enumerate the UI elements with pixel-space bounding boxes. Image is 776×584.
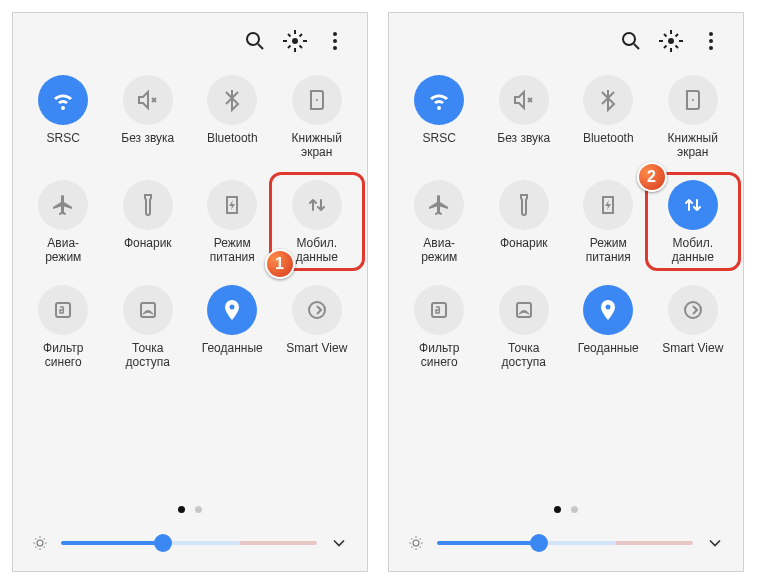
more-icon[interactable] bbox=[699, 29, 723, 53]
step-badge: 2 bbox=[637, 162, 667, 192]
qs-tile-power[interactable]: Режим питания bbox=[566, 180, 651, 265]
tile-label: Книжный экран bbox=[668, 131, 718, 160]
wifi-icon bbox=[414, 75, 464, 125]
tile-label: SRSC bbox=[47, 131, 80, 159]
airplane-icon bbox=[38, 180, 88, 230]
sun-icon bbox=[407, 534, 425, 552]
tile-label: Bluetooth bbox=[583, 131, 634, 159]
tile-label: Фильтр синего bbox=[419, 341, 459, 370]
location-icon bbox=[583, 285, 633, 335]
smartview-icon bbox=[292, 285, 342, 335]
qs-tile-airplane[interactable]: Авиа- режим bbox=[397, 180, 482, 265]
tile-label: Bluetooth bbox=[207, 131, 258, 159]
tile-label: Фонарик bbox=[124, 236, 172, 264]
qs-tile-wifi[interactable]: SRSC bbox=[21, 75, 106, 160]
search-icon[interactable] bbox=[243, 29, 267, 53]
hotspot-icon bbox=[499, 285, 549, 335]
flashlight-icon bbox=[123, 180, 173, 230]
sun-icon bbox=[31, 534, 49, 552]
qs-tile-hotspot[interactable]: Точка доступа bbox=[106, 285, 191, 370]
tile-label: Точка доступа bbox=[126, 341, 170, 370]
qs-tile-bluefilter[interactable]: Фильтр синего bbox=[21, 285, 106, 370]
tile-label: SRSC bbox=[423, 131, 456, 159]
quick-settings-panel-left: SRSCБез звукаBluetoothКнижный экранАвиа-… bbox=[12, 12, 368, 572]
chevron-down-icon[interactable] bbox=[329, 533, 349, 553]
flashlight-icon bbox=[499, 180, 549, 230]
smartview-icon bbox=[668, 285, 718, 335]
search-icon[interactable] bbox=[619, 29, 643, 53]
tile-label: Режим питания bbox=[210, 236, 255, 265]
qs-tile-book[interactable]: Книжный экран bbox=[651, 75, 736, 160]
qs-tile-bluefilter[interactable]: Фильтр синего bbox=[397, 285, 482, 370]
location-icon bbox=[207, 285, 257, 335]
book-icon bbox=[668, 75, 718, 125]
qs-tile-flash[interactable]: Фонарик bbox=[482, 180, 567, 265]
chevron-down-icon[interactable] bbox=[705, 533, 725, 553]
tile-label: Без звука bbox=[497, 131, 550, 159]
tile-label: Без звука bbox=[121, 131, 174, 159]
bluetooth-icon bbox=[207, 75, 257, 125]
battery-icon bbox=[583, 180, 633, 230]
qs-tile-power[interactable]: Режим питания bbox=[190, 180, 275, 265]
tile-label: Авиа- режим bbox=[421, 236, 457, 265]
mute-icon bbox=[123, 75, 173, 125]
bfilter-icon bbox=[414, 285, 464, 335]
qs-tile-geo[interactable]: Геоданные bbox=[190, 285, 275, 370]
tile-label: Авиа- режим bbox=[45, 236, 81, 265]
brightness-row bbox=[389, 523, 743, 571]
qs-tile-mobile[interactable]: Мобил. данные1 bbox=[275, 180, 360, 265]
qs-tile-bt[interactable]: Bluetooth bbox=[566, 75, 651, 160]
brightness-slider[interactable] bbox=[437, 541, 693, 545]
tile-label: Мобил. данные bbox=[672, 236, 714, 265]
tile-label: Точка доступа bbox=[502, 341, 546, 370]
hotspot-icon bbox=[123, 285, 173, 335]
tile-label: Режим питания bbox=[586, 236, 631, 265]
book-icon bbox=[292, 75, 342, 125]
tile-label: Геоданные bbox=[578, 341, 639, 369]
more-icon[interactable] bbox=[323, 29, 347, 53]
airplane-icon bbox=[414, 180, 464, 230]
wifi-icon bbox=[38, 75, 88, 125]
gear-icon[interactable] bbox=[659, 29, 683, 53]
qs-tile-smartview[interactable]: Smart View bbox=[275, 285, 360, 370]
quick-settings-panel-right: SRSCБез звукаBluetoothКнижный экранАвиа-… bbox=[388, 12, 744, 572]
tile-label: Геоданные bbox=[202, 341, 263, 369]
battery-icon bbox=[207, 180, 257, 230]
page-indicator bbox=[389, 490, 743, 523]
tile-label: Smart View bbox=[662, 341, 723, 369]
brightness-row bbox=[13, 523, 367, 571]
data-icon bbox=[292, 180, 342, 230]
mute-icon bbox=[499, 75, 549, 125]
step-badge: 1 bbox=[265, 249, 295, 279]
tile-label: Фильтр синего bbox=[43, 341, 83, 370]
tile-label: Мобил. данные bbox=[296, 236, 338, 265]
qs-tile-flash[interactable]: Фонарик bbox=[106, 180, 191, 265]
data-icon bbox=[668, 180, 718, 230]
qs-tile-geo[interactable]: Геоданные bbox=[566, 285, 651, 370]
tile-label: Фонарик bbox=[500, 236, 548, 264]
qs-tile-hotspot[interactable]: Точка доступа bbox=[482, 285, 567, 370]
qs-tile-mobile[interactable]: Мобил. данные2 bbox=[651, 180, 736, 265]
qs-tile-mute[interactable]: Без звука bbox=[482, 75, 567, 160]
brightness-slider[interactable] bbox=[61, 541, 317, 545]
bluetooth-icon bbox=[583, 75, 633, 125]
qs-tile-airplane[interactable]: Авиа- режим bbox=[21, 180, 106, 265]
tiles-grid: SRSCБез звукаBluetoothКнижный экранАвиа-… bbox=[389, 61, 743, 369]
qs-tile-smartview[interactable]: Smart View bbox=[651, 285, 736, 370]
bfilter-icon bbox=[38, 285, 88, 335]
qs-tile-wifi[interactable]: SRSC bbox=[397, 75, 482, 160]
qs-tile-bt[interactable]: Bluetooth bbox=[190, 75, 275, 160]
qs-tile-book[interactable]: Книжный экран bbox=[275, 75, 360, 160]
tile-label: Книжный экран bbox=[292, 131, 342, 160]
tile-label: Smart View bbox=[286, 341, 347, 369]
gear-icon[interactable] bbox=[283, 29, 307, 53]
tiles-grid: SRSCБез звукаBluetoothКнижный экранАвиа-… bbox=[13, 61, 367, 369]
page-indicator bbox=[13, 490, 367, 523]
qs-tile-mute[interactable]: Без звука bbox=[106, 75, 191, 160]
